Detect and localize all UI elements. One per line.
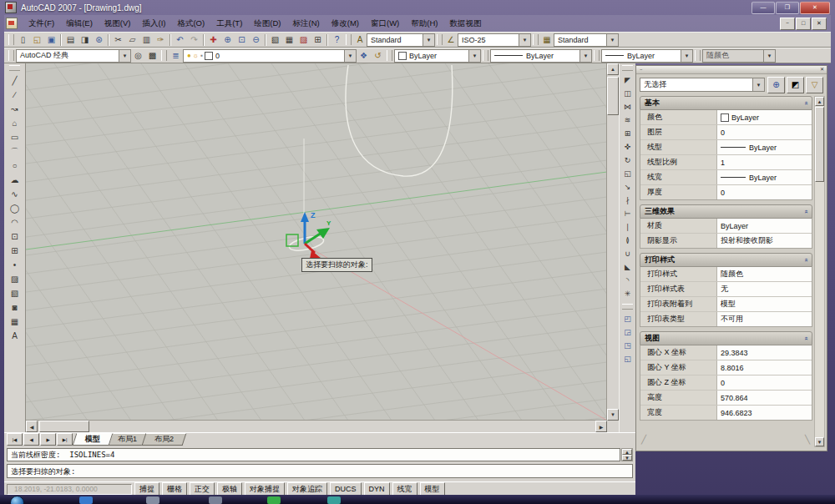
toolbar-grip[interactable]	[622, 65, 633, 71]
revision-cloud-icon[interactable]: ☁	[8, 173, 23, 187]
doc-minimize-button[interactable]: －	[780, 18, 795, 30]
property-value[interactable]: 随颜色	[717, 267, 812, 281]
collapse-chevron-icon[interactable]: »	[802, 101, 809, 104]
layer-lock-icon[interactable]: ▪	[200, 52, 203, 59]
section-header[interactable]: 视图 »	[640, 331, 812, 345]
chevron-down-icon[interactable]: ▼	[681, 50, 692, 62]
tab-nav-button[interactable]: |◀	[7, 433, 23, 446]
menu-item[interactable]: 格式(O)	[171, 17, 210, 31]
status-toggle-button[interactable]: 模型	[420, 482, 445, 496]
menu-item[interactable]: 修改(M)	[326, 17, 365, 31]
mtext-icon[interactable]: A	[8, 329, 23, 343]
menu-item[interactable]: 标注(N)	[287, 17, 326, 31]
my-workspace-icon[interactable]: ▩	[145, 49, 159, 63]
color-combo[interactable]: ByLayer ▼	[394, 49, 481, 63]
toolbar-grip[interactable]	[483, 50, 488, 61]
rectangle-icon[interactable]: ▭	[8, 130, 23, 144]
doc-close-button[interactable]: ✕	[812, 18, 827, 30]
toolbar-grip[interactable]	[8, 34, 14, 45]
taskbar-item[interactable]	[327, 496, 341, 504]
zoom-window-icon[interactable]: ⊡	[235, 33, 249, 47]
horizontal-scrollbar[interactable]: ◀ ▶	[26, 420, 607, 432]
status-toggle-button[interactable]: 对象追踪	[287, 482, 327, 496]
drawing-canvas[interactable]: Z Y 选择要扫掠的对象:	[26, 63, 607, 421]
fillet-icon[interactable]: ◝	[620, 274, 635, 287]
text-style-combo[interactable]: Standard ▼	[367, 33, 435, 47]
scroll-down-icon[interactable]: ▼	[622, 455, 632, 461]
insert-block-icon[interactable]: ⊡	[8, 229, 23, 244]
menu-item[interactable]: 文件(F)	[23, 17, 60, 31]
lineweight-combo[interactable]: ByLayer ▼	[601, 49, 693, 63]
quick-select-button[interactable]: ▽	[806, 77, 823, 93]
property-value[interactable]: 0	[717, 125, 812, 139]
array-icon[interactable]: ⊞	[620, 127, 635, 140]
toolbar-grip[interactable]	[622, 304, 633, 310]
status-toggle-button[interactable]: 极轴	[217, 482, 242, 496]
property-row[interactable]: 线宽 ByLayer	[640, 170, 812, 185]
doc-restore-button[interactable]: □	[796, 18, 811, 30]
layer-combo[interactable]: ● ☼ ▪ 0 ▼	[183, 49, 357, 63]
table-style-combo[interactable]: Standard ▼	[554, 33, 619, 47]
trim-icon[interactable]: ∤	[620, 194, 635, 207]
property-row[interactable]: 宽度 946.6823	[640, 406, 812, 420]
send-under-objects-icon[interactable]: ◱	[620, 352, 635, 365]
line-icon[interactable]: ╱	[8, 73, 23, 88]
open-icon[interactable]: ◱	[30, 33, 44, 47]
scrollbar-thumb[interactable]	[39, 421, 89, 432]
chamfer-icon[interactable]: ◣	[620, 260, 635, 274]
command-input[interactable]: 选择要扫掠的对象:	[7, 464, 633, 478]
bring-to-front-icon[interactable]: ◰	[620, 312, 635, 325]
stretch-icon[interactable]: ↘	[620, 180, 635, 194]
toolbar-grip[interactable]	[695, 50, 701, 61]
property-value[interactable]: 570.864	[717, 391, 812, 405]
paste-icon[interactable]: ▥	[139, 33, 154, 47]
status-toggle-button[interactable]: 栅格	[162, 482, 187, 496]
toolbar-grip[interactable]	[437, 34, 443, 45]
toolbar-grip[interactable]	[161, 50, 167, 61]
property-row[interactable]: 圆心 Z 坐标 0	[640, 375, 812, 391]
toolbar-grip[interactable]	[346, 34, 352, 45]
property-value[interactable]: 8.8016	[717, 360, 812, 375]
section-header[interactable]: 三维效果 »	[640, 204, 812, 219]
coordinates-display[interactable]: 18.2019, -21.0183, 0.0000	[7, 484, 132, 495]
window-maximize-button[interactable]: ❒	[776, 2, 799, 14]
scroll-down-icon[interactable]: ▼	[815, 437, 824, 446]
property-value[interactable]: 模型	[717, 297, 812, 311]
scroll-up-icon[interactable]: ▲	[815, 97, 824, 106]
property-row[interactable]: 颜色 ByLayer	[640, 110, 812, 125]
property-value[interactable]: ByLayer	[717, 219, 812, 233]
palette-scrollbar[interactable]: ▲ ▼	[814, 96, 825, 447]
property-value[interactable]: 不可用	[717, 312, 812, 326]
bring-above-objects-icon[interactable]: ◳	[620, 339, 635, 352]
point-icon[interactable]: •	[8, 258, 23, 272]
zoom-previous-icon[interactable]: ⊖	[249, 33, 263, 47]
dim-style-combo[interactable]: ISO-25 ▼	[458, 33, 531, 47]
scale-icon[interactable]: ◱	[620, 167, 635, 180]
plot-icon[interactable]: ▤	[63, 33, 78, 47]
layer-on-bulb-icon[interactable]: ●	[187, 52, 191, 59]
property-row[interactable]: 打印样式表 无	[640, 282, 812, 297]
toggle-pickadd-button[interactable]: ⊕	[767, 77, 785, 93]
scroll-right-icon[interactable]: ▶	[595, 421, 607, 432]
scroll-left-icon[interactable]: ◀	[26, 421, 38, 432]
offset-icon[interactable]: ≋	[620, 113, 635, 127]
taskbar-item[interactable]	[79, 496, 93, 504]
plot-style-combo[interactable]: 随颜色 ▼	[702, 49, 776, 63]
make-block-icon[interactable]: ⊞	[8, 244, 23, 258]
circle-icon[interactable]: ○	[8, 159, 23, 173]
status-toggle-button[interactable]: 线宽	[392, 482, 418, 496]
property-row[interactable]: 厚度 0	[640, 185, 812, 199]
spline-icon[interactable]: ∿	[8, 187, 23, 201]
rotate-icon[interactable]: ↻	[620, 154, 635, 167]
property-row[interactable]: 阴影显示 投射和接收阴影	[640, 234, 812, 248]
pan-icon[interactable]: ✚	[206, 33, 220, 47]
linetype-combo[interactable]: ByLayer ▼	[490, 49, 592, 63]
scroll-up-icon[interactable]: ▲	[622, 449, 632, 455]
tab-nav-button[interactable]: ◀	[23, 433, 39, 446]
scrollbar-thumb[interactable]	[607, 77, 619, 115]
sheet-set-manager-icon[interactable]: ▧	[268, 33, 282, 47]
taskbar-item[interactable]	[209, 496, 222, 504]
gradient-icon[interactable]: ▧	[8, 286, 23, 300]
property-value[interactable]: 投射和接收阴影	[717, 234, 812, 248]
window-close-button[interactable]: ✕	[800, 2, 830, 14]
